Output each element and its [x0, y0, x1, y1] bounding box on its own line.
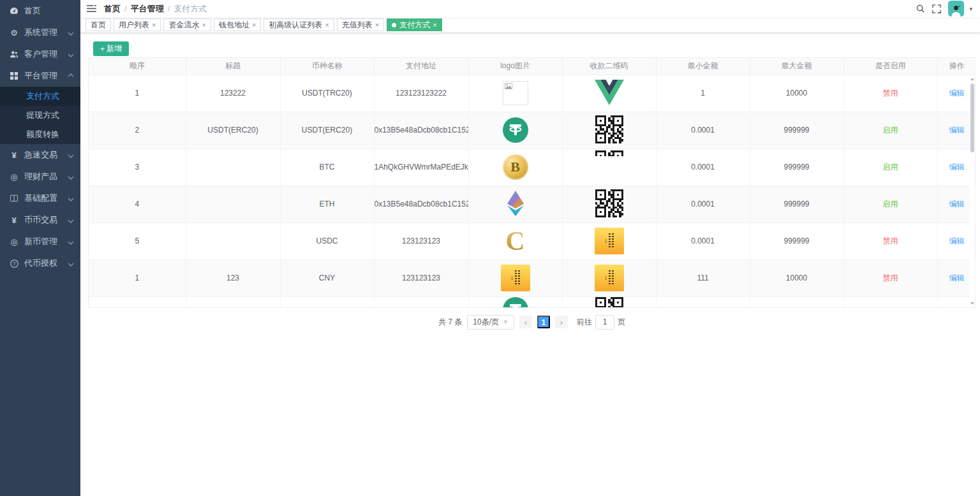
scrollbar-thumb[interactable] [970, 84, 974, 152]
select-caret-icon: ▼ [503, 319, 509, 325]
cell-max-amount: 10000 [750, 75, 843, 112]
table-row: 5USDC123123123C↕0.0001999999禁用编辑 [89, 222, 976, 259]
gear-icon: ⚙ [8, 29, 20, 37]
dashboard-icon [8, 7, 20, 15]
goto-page-input[interactable] [595, 315, 614, 330]
col-title: 标题 [186, 58, 280, 75]
edit-link[interactable]: 编辑 [949, 163, 965, 171]
breadcrumb-item: 支付方式 [174, 3, 207, 15]
status-badge: 禁用 [883, 89, 898, 98]
edit-link[interactable]: 编辑 [949, 126, 965, 135]
hamburger-icon[interactable] [85, 4, 101, 13]
tab-fund-flow[interactable]: 资金流水× [163, 18, 211, 31]
search-icon[interactable] [916, 4, 925, 13]
close-icon[interactable]: × [433, 22, 436, 29]
sidebar-item-coin-trade[interactable]: ¥币币交易 [0, 209, 80, 231]
tab-label: 钱包地址 [219, 20, 249, 31]
close-icon[interactable]: × [252, 22, 256, 29]
cell-currency [280, 296, 374, 307]
ring-icon: ◎ [8, 238, 20, 246]
qr-code-image [595, 136, 623, 145]
cell-qr [562, 149, 656, 186]
close-icon[interactable]: × [325, 22, 329, 29]
breadcrumb-item[interactable]: 首页 [104, 3, 121, 15]
cell-currency: BTC [280, 149, 374, 186]
status-badge: 启用 [883, 200, 898, 208]
tab-verify-list[interactable]: 初高级认证列表× [264, 18, 334, 31]
cell-min-amount: 0.0001 [656, 149, 750, 186]
col-min: 最小金额 [656, 58, 750, 75]
edit-link[interactable]: 编辑 [949, 200, 965, 208]
sidebar-subitem-label: 支付方式 [26, 91, 59, 102]
tags-view-bar: 首页用户列表×资金流水×钱包地址×初高级认证列表×充值列表×支付方式× [80, 17, 980, 33]
sidebar-subitem-label: 提现方式 [26, 110, 59, 121]
next-page-button[interactable]: › [555, 316, 568, 328]
table-row [89, 296, 976, 307]
edit-link[interactable]: 编辑 [949, 274, 965, 282]
users-icon [8, 50, 20, 58]
sidebar-item-home[interactable]: 首页 [0, 0, 80, 22]
broken-image-placeholder [503, 81, 528, 105]
sidebar-item-label: 基础配置 [24, 193, 57, 204]
status-badge: 禁用 [883, 274, 898, 282]
table-scrollbar[interactable] [970, 75, 975, 307]
scroll-up-icon[interactable] [970, 78, 974, 80]
close-icon[interactable]: × [152, 22, 156, 29]
cell-title [186, 149, 280, 186]
sidebar-item-label: 理财产品 [24, 171, 57, 182]
page-content: +新增 顺序标题币种名称支付地址logo图片收款二维码最小金额最大金额是否启用操… [80, 33, 980, 345]
table-row: 2USDT(ERC20)USDT(ERC20)0x13B5e48aDcb08cb… [89, 112, 976, 149]
cell-max-amount: 999999 [750, 186, 843, 222]
col-max: 最大金额 [750, 58, 843, 75]
sidebar-item-label: 客户管理 [24, 48, 57, 60]
tab-user-list[interactable]: 用户列表× [114, 18, 161, 31]
pagination-total: 共 7 条 [438, 317, 462, 328]
page-size-select[interactable]: 10条/页 ▼ [467, 315, 514, 330]
cell-address: 0x13B5e48aDcb08cb1C1520deB... [374, 186, 468, 222]
sidebar-item-new-coin-manage[interactable]: ◎新币管理 [0, 231, 80, 252]
prev-page-button[interactable]: ‹ [519, 316, 532, 328]
sidebar-item-system-manage[interactable]: ⚙系统管理 [0, 22, 80, 43]
sidebar-item-base-config[interactable]: 基础配置 [0, 187, 80, 209]
sidebar-item-label: 币币交易 [24, 214, 57, 226]
current-page-button[interactable]: 1 [537, 316, 550, 328]
tether-logo [503, 297, 528, 307]
tab-payment-method[interactable]: 支付方式× [387, 18, 442, 31]
tab-wallet-address[interactable]: 钱包地址× [214, 18, 261, 31]
sidebar-item-label: 平台管理 [24, 70, 57, 82]
tab-home[interactable]: 首页 [85, 18, 111, 31]
cell-currency: USDT(TRC20) [280, 75, 374, 112]
active-tab-dot-icon [392, 23, 396, 27]
close-icon[interactable]: × [202, 22, 205, 29]
chevron-down-icon [68, 172, 74, 182]
sidebar-subitem-payment-method[interactable]: 支付方式 [0, 87, 80, 106]
scroll-down-icon[interactable] [970, 302, 974, 305]
fullscreen-icon[interactable] [932, 4, 941, 13]
cell-min-amount: 0.0001 [656, 222, 750, 259]
edit-link[interactable]: 编辑 [949, 89, 965, 98]
sidebar-subitem-withdraw-method[interactable]: 提现方式 [0, 106, 80, 125]
tab-label: 充值列表 [342, 20, 373, 31]
bitcoin-logo: B [503, 154, 528, 180]
sidebar-item-platform-manage[interactable]: 平台管理 [0, 65, 80, 87]
cell-title [186, 186, 280, 222]
breadcrumb-item[interactable]: 平台管理 [131, 3, 164, 15]
sidebar-subitem-quota-convert[interactable]: 额度转换 [0, 125, 80, 144]
cell-order: 1 [89, 259, 186, 296]
sidebar-item-fast-trade[interactable]: ¥急速交易 [0, 144, 80, 166]
sidebar-item-wealth-product[interactable]: ◎理财产品 [0, 166, 80, 187]
cell-min-amount: 0.0001 [656, 112, 750, 149]
edit-link[interactable]: 编辑 [949, 237, 965, 245]
close-icon[interactable]: × [375, 22, 379, 29]
tab-recharge-list[interactable]: 充值列表× [337, 18, 384, 31]
qr-code-clipped [595, 150, 623, 156]
tab-label: 用户列表 [119, 20, 149, 31]
cell-qr [562, 112, 656, 149]
user-avatar[interactable] [948, 1, 964, 17]
sidebar-item-customer-manage[interactable]: 客户管理 [0, 43, 80, 65]
svg-text:T: T [13, 261, 16, 266]
add-button[interactable]: +新增 [93, 41, 129, 56]
cell-title: 123222 [186, 75, 280, 112]
avatar-dropdown-caret-icon[interactable]: ▾ [969, 6, 972, 12]
sidebar-item-token-auth[interactable]: T代币授权 [0, 252, 80, 274]
